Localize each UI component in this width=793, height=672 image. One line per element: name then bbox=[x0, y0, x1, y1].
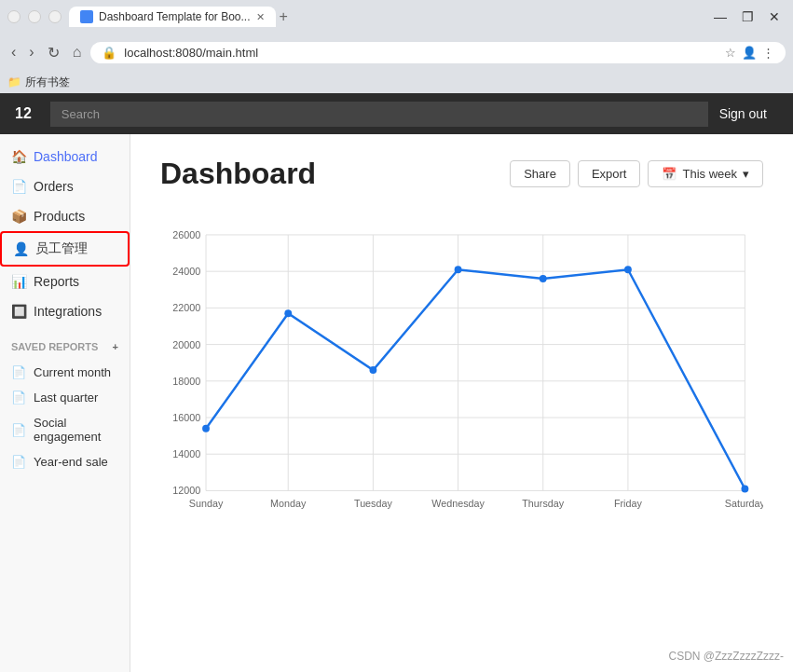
svg-text:26000: 26000 bbox=[172, 229, 200, 240]
bookmark-bar: 📁 所有书签 bbox=[0, 71, 793, 93]
period-label: This week bbox=[682, 167, 737, 181]
nav-reload-btn[interactable]: ↻ bbox=[44, 42, 63, 63]
integrations-icon: 🔲 bbox=[11, 304, 26, 319]
saved-reports-section: SAVED REPORTS + bbox=[0, 334, 130, 360]
orders-icon: 📄 bbox=[11, 179, 26, 194]
profile-icon[interactable]: 👤 bbox=[742, 46, 757, 60]
browser-titlebar: Dashboard Template for Boo... ✕ + — ❐ ✕ bbox=[0, 0, 793, 34]
svg-text:20000: 20000 bbox=[172, 339, 200, 350]
menu-icon[interactable]: ⋮ bbox=[762, 46, 774, 60]
nav-home-btn[interactable]: ⌂ bbox=[69, 42, 86, 62]
browser-tab[interactable]: Dashboard Template for Boo... ✕ bbox=[69, 7, 276, 27]
new-tab-btn[interactable]: + bbox=[280, 8, 288, 25]
chart-line bbox=[206, 269, 745, 488]
products-icon: 📦 bbox=[11, 209, 26, 224]
browser-chrome: Dashboard Template for Boo... ✕ + — ❐ ✕ … bbox=[0, 0, 793, 93]
app-logo: 12 bbox=[15, 105, 32, 122]
tab-favicon bbox=[80, 10, 93, 23]
svg-text:16000: 16000 bbox=[172, 412, 200, 423]
chart-point-saturday bbox=[741, 486, 748, 493]
tab-title: Dashboard Template for Boo... bbox=[99, 10, 251, 23]
main-content: Dashboard Share Export 📅 This week ▾ bbox=[130, 134, 793, 672]
address-lock-icon: 🔒 bbox=[102, 46, 116, 60]
tab-close-btn[interactable]: ✕ bbox=[256, 11, 265, 23]
app: 12 Sign out 🏠 Dashboard 📄 Orders 📦 Produ… bbox=[0, 93, 793, 672]
add-saved-report-btn[interactable]: + bbox=[113, 341, 118, 352]
sidebar-item-integrations[interactable]: 🔲 Integrations bbox=[0, 296, 130, 326]
address-icons: ☆ 👤 ⋮ bbox=[725, 46, 774, 60]
window-close-btn[interactable] bbox=[7, 10, 21, 23]
saved-item-social-engagement[interactable]: 📄 Social engagement bbox=[0, 410, 130, 449]
svg-text:Sunday: Sunday bbox=[189, 498, 224, 509]
svg-text:Wednesday: Wednesday bbox=[431, 498, 485, 509]
win-restore-btn[interactable]: ❐ bbox=[736, 7, 759, 26]
app-header: 12 Sign out bbox=[0, 93, 793, 134]
sidebar: 🏠 Dashboard 📄 Orders 📦 Products 👤 员工管理 📊… bbox=[0, 134, 130, 672]
sidebar-label-orders: Orders bbox=[34, 179, 74, 194]
sidebar-item-reports[interactable]: 📊 Reports bbox=[0, 267, 130, 296]
svg-text:22000: 22000 bbox=[172, 302, 200, 313]
sidebar-item-orders[interactable]: 📄 Orders bbox=[0, 171, 130, 201]
sidebar-label-products: Products bbox=[34, 209, 85, 224]
content-header: Dashboard Share Export 📅 This week ▾ bbox=[160, 157, 763, 191]
nav-back-btn[interactable]: ‹ bbox=[7, 42, 20, 62]
chart-point-monday bbox=[284, 309, 292, 317]
sidebar-label-dashboard: Dashboard bbox=[34, 149, 98, 164]
line-chart: 26000 24000 22000 20000 18000 16000 1400… bbox=[160, 213, 763, 530]
saved-label-last-quarter: Last quarter bbox=[34, 391, 98, 405]
sign-out-button[interactable]: Sign out bbox=[708, 101, 778, 127]
svg-text:Friday: Friday bbox=[614, 498, 643, 509]
browser-addressbar: ‹ › ↻ ⌂ 🔒 localhost:8080/main.html ☆ 👤 ⋮ bbox=[0, 34, 793, 71]
svg-text:14000: 14000 bbox=[172, 448, 200, 459]
sidebar-label-integrations: Integrations bbox=[34, 304, 102, 319]
watermark: CSDN @ZzzZzzzZzzz- bbox=[668, 650, 784, 663]
saved-label-year-end-sale: Year-end sale bbox=[34, 455, 108, 469]
saved-item-year-end-sale[interactable]: 📄 Year-end sale bbox=[0, 449, 130, 474]
bookmark-label: 所有书签 bbox=[25, 75, 70, 90]
address-url: localhost:8080/main.html bbox=[124, 46, 718, 60]
sidebar-label-reports: Reports bbox=[34, 274, 79, 289]
sidebar-item-employees[interactable]: 👤 员工管理 bbox=[0, 231, 130, 267]
browser-window-controls bbox=[7, 10, 62, 23]
svg-text:24000: 24000 bbox=[172, 266, 200, 277]
page-title: Dashboard bbox=[160, 157, 510, 191]
sidebar-item-products[interactable]: 📦 Products bbox=[0, 201, 130, 231]
doc-icon-last-quarter: 📄 bbox=[11, 391, 26, 405]
window-max-btn[interactable] bbox=[48, 10, 62, 23]
saved-label-current-month: Current month bbox=[34, 365, 111, 379]
reports-icon: 📊 bbox=[11, 274, 26, 289]
chart-point-sunday bbox=[202, 425, 210, 432]
sidebar-item-dashboard[interactable]: 🏠 Dashboard bbox=[0, 142, 130, 171]
saved-item-current-month[interactable]: 📄 Current month bbox=[0, 360, 130, 385]
window-min-btn[interactable] bbox=[28, 10, 41, 23]
bookmark-folder-icon: 📁 bbox=[7, 75, 21, 89]
employees-icon: 👤 bbox=[13, 241, 28, 256]
chart-point-friday bbox=[624, 266, 632, 273]
address-box[interactable]: 🔒 localhost:8080/main.html ☆ 👤 ⋮ bbox=[90, 42, 786, 63]
share-button[interactable]: Share bbox=[510, 160, 570, 187]
svg-text:Tuesday: Tuesday bbox=[354, 498, 393, 509]
svg-text:Saturday: Saturday bbox=[725, 498, 763, 509]
chart-point-wednesday bbox=[455, 266, 462, 273]
svg-text:18000: 18000 bbox=[172, 376, 200, 387]
svg-text:12000: 12000 bbox=[172, 485, 200, 496]
export-button[interactable]: Export bbox=[578, 160, 641, 187]
chevron-down-icon: ▾ bbox=[743, 167, 749, 181]
win-close-btn[interactable]: ✕ bbox=[763, 7, 786, 26]
saved-item-last-quarter[interactable]: 📄 Last quarter bbox=[0, 385, 130, 410]
doc-icon-current-month: 📄 bbox=[11, 365, 26, 379]
search-input[interactable] bbox=[50, 102, 708, 127]
bookmark-icon[interactable]: ☆ bbox=[725, 46, 736, 60]
svg-text:Thursday: Thursday bbox=[522, 498, 564, 509]
chart-point-tuesday bbox=[369, 366, 376, 374]
win-minimize-btn[interactable]: — bbox=[708, 7, 732, 26]
doc-icon-year-end-sale: 📄 bbox=[11, 455, 26, 469]
app-body: 🏠 Dashboard 📄 Orders 📦 Products 👤 员工管理 📊… bbox=[0, 134, 793, 672]
svg-text:Monday: Monday bbox=[270, 498, 307, 509]
nav-forward-btn[interactable]: › bbox=[25, 42, 37, 62]
saved-reports-label: SAVED REPORTS bbox=[11, 341, 98, 352]
header-actions: Share Export 📅 This week ▾ bbox=[510, 160, 763, 187]
home-icon: 🏠 bbox=[11, 149, 26, 164]
calendar-icon: 📅 bbox=[662, 167, 677, 181]
period-button[interactable]: 📅 This week ▾ bbox=[648, 160, 763, 187]
